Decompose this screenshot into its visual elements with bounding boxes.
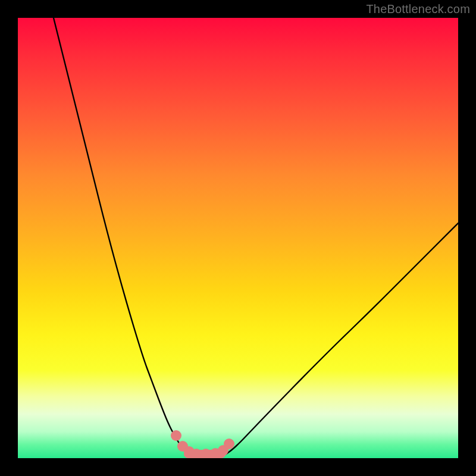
pink-bottom-bar xyxy=(184,450,226,458)
left-curve xyxy=(54,18,188,454)
chart-frame: TheBottleneck.com xyxy=(0,0,476,476)
pink-dot xyxy=(224,439,234,449)
pink-layer xyxy=(171,430,234,458)
plot-area xyxy=(18,18,458,458)
chart-svg xyxy=(18,18,458,458)
pink-dot xyxy=(171,430,181,441)
curve-layer xyxy=(54,18,458,454)
right-curve xyxy=(226,223,458,454)
watermark-text: TheBottleneck.com xyxy=(366,2,470,16)
